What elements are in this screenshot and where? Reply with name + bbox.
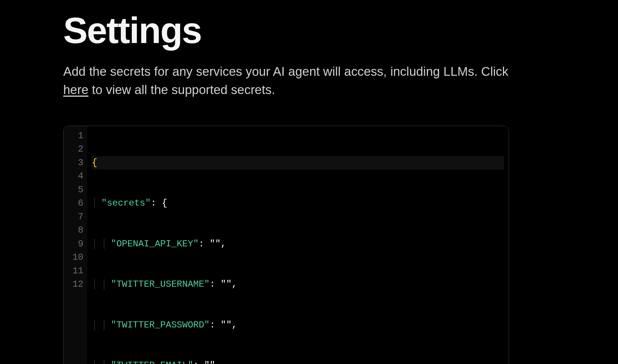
comma: , — [232, 318, 237, 332]
line-number: 3 — [64, 156, 83, 170]
line-number-gutter: 1 2 3 4 5 6 7 8 9 10 11 12 — [64, 126, 87, 364]
line-number: 9 — [64, 237, 83, 251]
comma: , — [215, 359, 221, 364]
line-number: 8 — [64, 224, 83, 237]
colon: : — [210, 318, 221, 332]
page-title: Settings — [63, 12, 509, 49]
json-value: "" — [210, 237, 221, 251]
brace-open: { — [92, 156, 97, 170]
code-line[interactable]: ││"TWITTER_USERNAME": "", — [92, 278, 504, 291]
json-key: "secrets" — [101, 196, 151, 210]
subtitle-suffix: to view all the supported secrets. — [88, 83, 275, 97]
line-number: 4 — [64, 169, 83, 183]
code-line[interactable]: { — [92, 156, 504, 170]
comma: , — [221, 237, 226, 251]
line-number: 1 — [64, 129, 83, 143]
json-key: "TWITTER_PASSWORD" — [111, 318, 210, 332]
colon: : — [199, 237, 210, 251]
json-value: "" — [221, 318, 232, 332]
comma: , — [232, 278, 237, 291]
line-number: 7 — [64, 210, 83, 224]
colon: : — [193, 359, 204, 364]
json-value: "" — [204, 359, 215, 364]
subtitle-prefix: Add the secrets for any services your AI… — [63, 64, 508, 78]
json-key: "OPENAI_API_KEY" — [111, 237, 199, 251]
code-line[interactable]: │"secrets": { — [92, 196, 504, 210]
code-line[interactable]: ││"TWITTER_PASSWORD": "", — [92, 318, 504, 332]
json-value: "" — [221, 278, 232, 291]
code-area[interactable]: { │"secrets": { ││"OPENAI_API_KEY": "", … — [87, 126, 509, 364]
line-number: 2 — [64, 142, 83, 156]
colon: : { — [151, 196, 167, 210]
json-key: "TWITTER_USERNAME" — [111, 278, 210, 291]
code-line[interactable]: ││"TWITTER_EMAIL": "", — [92, 359, 504, 364]
code-line[interactable]: ││"OPENAI_API_KEY": "", — [92, 237, 504, 251]
line-number: 11 — [64, 264, 83, 278]
json-editor[interactable]: 1 2 3 4 5 6 7 8 9 10 11 12 { │"secrets":… — [63, 126, 509, 364]
json-key: "TWITTER_EMAIL" — [111, 359, 193, 364]
line-number: 12 — [64, 278, 83, 291]
colon: : — [210, 278, 221, 291]
line-number: 10 — [64, 251, 83, 264]
supported-secrets-link[interactable]: here — [63, 83, 88, 97]
line-number: 5 — [64, 183, 83, 197]
line-number: 6 — [64, 196, 83, 210]
page-subtitle: Add the secrets for any services your AI… — [63, 62, 509, 99]
